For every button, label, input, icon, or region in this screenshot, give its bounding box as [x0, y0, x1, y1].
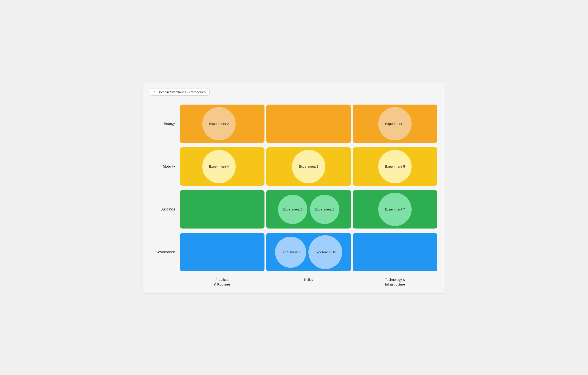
- cell-energy-practices: Experiment 2: [180, 105, 264, 143]
- experiment-8-circle: Experiment 8: [310, 195, 339, 224]
- experiment-3-circle: Experiment 3: [292, 150, 325, 183]
- row-label-governance: Governance: [150, 232, 179, 272]
- experiment-6-circle: Experiment 6: [278, 195, 307, 224]
- experiment-4-circle: Experiment 4: [202, 150, 236, 183]
- chart-title: 4: Domain Swimlanes - Categories: [150, 89, 210, 96]
- main-container: 4: Domain Swimlanes - Categories Energy …: [143, 82, 445, 293]
- cell-mobility-practices: Experiment 4: [180, 147, 264, 186]
- row-label-energy: Energy: [150, 104, 179, 144]
- col-label-spacer: [150, 275, 179, 287]
- row-label-buildings: Buildings: [150, 189, 179, 229]
- cell-energy-tech: Experiment 1: [353, 105, 437, 143]
- cell-governance-practices: [180, 233, 264, 271]
- cell-energy-policy: [266, 105, 351, 143]
- experiment-10-circle: Experiment 10: [308, 235, 342, 269]
- experiment-1-circle: Experiment 1: [378, 107, 412, 140]
- col-label-policy: Policy: [265, 275, 352, 287]
- cell-buildings-policy: Experiment 6 Experiment 8: [266, 190, 351, 228]
- cell-governance-tech: [353, 233, 437, 271]
- col-label-practices: Practices& Routines: [179, 275, 265, 287]
- experiment-9-circle: Experiment 9: [275, 237, 306, 268]
- cell-buildings-tech: Experiment 7: [353, 190, 437, 228]
- experiment-5-circle: Experiment 5: [378, 150, 412, 183]
- row-label-mobility: Mobility: [150, 147, 179, 187]
- experiment-7-circle: Experiment 7: [378, 193, 412, 226]
- cell-mobility-policy: Experiment 3: [266, 147, 351, 186]
- cell-mobility-tech: Experiment 5: [353, 147, 437, 186]
- cell-buildings-practices: [180, 190, 264, 228]
- col-label-tech: Technology &Infrastructure: [352, 275, 438, 287]
- cell-governance-policy: Experiment 9 Experiment 10: [266, 233, 351, 271]
- experiment-2-circle: Experiment 2: [202, 107, 236, 140]
